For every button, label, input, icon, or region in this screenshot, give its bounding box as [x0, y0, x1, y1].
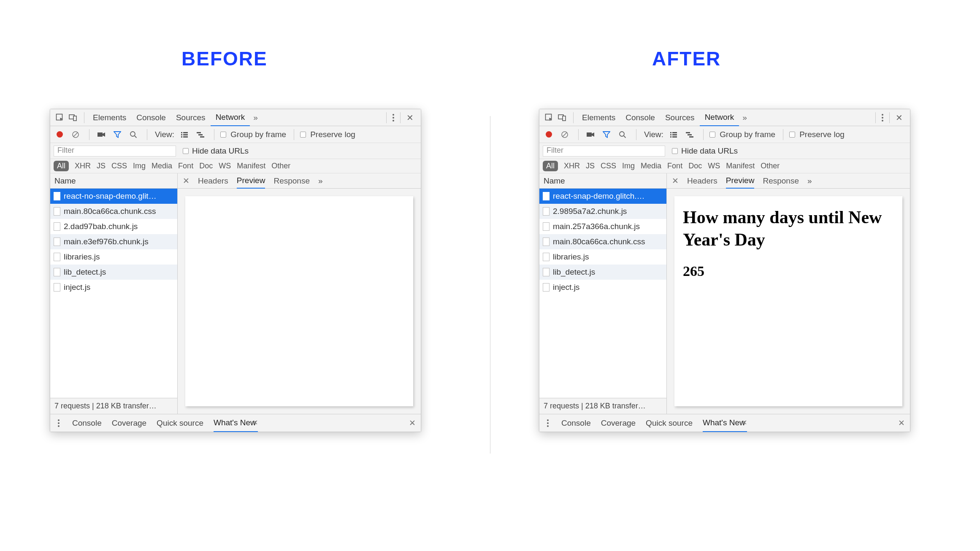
close-detail-icon[interactable]: ✕ — [183, 176, 190, 186]
filter-js[interactable]: JS — [97, 162, 106, 170]
tab-console[interactable]: Console — [620, 109, 660, 126]
filter-media[interactable]: Media — [152, 162, 172, 170]
filter-manifest[interactable]: Manifest — [237, 162, 265, 170]
close-tab-icon[interactable]: ✕ — [742, 419, 747, 427]
hide-data-urls-checkbox[interactable] — [672, 148, 678, 154]
filter-font[interactable]: Font — [667, 162, 682, 170]
close-devtools-icon[interactable]: ✕ — [893, 112, 905, 124]
detail-tab-preview[interactable]: Preview — [237, 173, 265, 189]
view-waterfall-icon[interactable] — [684, 129, 696, 140]
group-by-frame-checkbox[interactable] — [709, 132, 715, 138]
filter-css[interactable]: CSS — [601, 162, 616, 170]
filter-img[interactable]: Img — [622, 162, 635, 170]
settings-menu-icon[interactable] — [390, 114, 397, 122]
detail-tab-headers[interactable]: Headers — [198, 176, 228, 186]
filter-media[interactable]: Media — [641, 162, 661, 170]
drawer-tab-console[interactable]: Console — [72, 419, 102, 428]
drawer-tab-whats-new[interactable]: What's New ✕ — [214, 414, 258, 432]
detail-tab-response[interactable]: Response — [273, 176, 310, 186]
more-detail-tabs-icon[interactable]: » — [318, 176, 323, 186]
view-list-icon[interactable] — [179, 129, 190, 140]
filter-xhr[interactable]: XHR — [75, 162, 91, 170]
tab-elements[interactable]: Elements — [577, 109, 620, 126]
request-row[interactable]: inject.js — [50, 280, 177, 295]
drawer-menu-icon[interactable] — [544, 419, 551, 427]
drawer-tab-coverage[interactable]: Coverage — [601, 419, 636, 428]
record-icon[interactable] — [543, 129, 555, 140]
tab-elements[interactable]: Elements — [88, 109, 131, 126]
drawer-tab-whats-new[interactable]: What's New ✕ — [703, 414, 747, 432]
filter-input[interactable]: Filter — [543, 146, 665, 157]
hide-data-urls-checkbox[interactable] — [183, 148, 189, 154]
close-devtools-icon[interactable]: ✕ — [404, 112, 416, 124]
close-drawer-icon[interactable]: ✕ — [898, 418, 905, 428]
detail-tab-preview[interactable]: Preview — [726, 173, 755, 189]
request-row[interactable]: libraries.js — [539, 249, 666, 265]
more-tabs-icon[interactable]: » — [250, 113, 261, 122]
filter-input[interactable]: Filter — [54, 146, 176, 157]
filter-icon[interactable] — [601, 129, 612, 140]
drawer-menu-icon[interactable] — [55, 419, 62, 427]
filter-all[interactable]: All — [54, 161, 69, 171]
filter-css[interactable]: CSS — [111, 162, 127, 170]
drawer-tab-quick-source[interactable]: Quick source — [646, 419, 693, 428]
inspect-element-icon[interactable] — [543, 112, 555, 124]
column-header-name[interactable]: Name — [50, 173, 177, 189]
close-tab-icon[interactable]: ✕ — [252, 419, 258, 427]
tab-sources[interactable]: Sources — [660, 109, 700, 126]
filter-doc[interactable]: Doc — [688, 162, 702, 170]
preserve-log-checkbox[interactable] — [300, 132, 306, 138]
preserve-log-checkbox[interactable] — [789, 132, 795, 138]
record-icon[interactable] — [54, 129, 65, 140]
filter-other[interactable]: Other — [271, 162, 290, 170]
tab-network[interactable]: Network — [700, 109, 739, 126]
request-row[interactable]: main.e3ef976b.chunk.js — [50, 234, 177, 249]
settings-menu-icon[interactable] — [879, 114, 886, 122]
request-row[interactable]: lib_detect.js — [50, 265, 177, 280]
filter-img[interactable]: Img — [133, 162, 146, 170]
clear-icon[interactable] — [70, 129, 81, 140]
more-tabs-icon[interactable]: » — [739, 113, 750, 122]
request-row[interactable]: react-snap-demo.glitch.… — [539, 189, 666, 204]
filter-xhr[interactable]: XHR — [564, 162, 580, 170]
request-row[interactable]: lib_detect.js — [539, 265, 666, 280]
view-list-icon[interactable] — [668, 129, 680, 140]
request-row[interactable]: 2.dad97bab.chunk.js — [50, 219, 177, 234]
drawer-tab-coverage[interactable]: Coverage — [112, 419, 146, 428]
search-icon[interactable] — [617, 129, 628, 140]
filter-doc[interactable]: Doc — [199, 162, 213, 170]
request-row[interactable]: 2.9895a7a2.chunk.js — [539, 204, 666, 219]
device-toolbar-icon[interactable] — [67, 112, 79, 124]
filter-ws[interactable]: WS — [708, 162, 720, 170]
filter-other[interactable]: Other — [761, 162, 780, 170]
search-icon[interactable] — [127, 129, 139, 140]
filter-icon[interactable] — [111, 129, 123, 140]
request-row[interactable]: main.80ca66ca.chunk.css — [539, 234, 666, 249]
clear-icon[interactable] — [559, 129, 571, 140]
filter-font[interactable]: Font — [178, 162, 193, 170]
filter-ws[interactable]: WS — [219, 162, 231, 170]
tab-console[interactable]: Console — [131, 109, 171, 126]
detail-tab-headers[interactable]: Headers — [687, 176, 717, 186]
camera-icon[interactable] — [95, 129, 107, 140]
request-row[interactable]: libraries.js — [50, 249, 177, 265]
drawer-tab-quick-source[interactable]: Quick source — [157, 419, 203, 428]
tab-sources[interactable]: Sources — [171, 109, 211, 126]
filter-manifest[interactable]: Manifest — [726, 162, 755, 170]
drawer-tab-console[interactable]: Console — [561, 419, 591, 428]
inspect-element-icon[interactable] — [54, 112, 65, 124]
camera-icon[interactable] — [585, 129, 596, 140]
request-row[interactable]: react-no-snap-demo.glit… — [50, 189, 177, 204]
column-header-name[interactable]: Name — [539, 173, 666, 189]
device-toolbar-icon[interactable] — [556, 112, 568, 124]
view-waterfall-icon[interactable] — [195, 129, 206, 140]
close-detail-icon[interactable]: ✕ — [672, 176, 679, 186]
group-by-frame-checkbox[interactable] — [220, 132, 226, 138]
filter-js[interactable]: JS — [586, 162, 595, 170]
request-row[interactable]: main.80ca66ca.chunk.css — [50, 204, 177, 219]
filter-all[interactable]: All — [543, 161, 558, 171]
request-row[interactable]: main.257a366a.chunk.js — [539, 219, 666, 234]
more-detail-tabs-icon[interactable]: » — [807, 176, 812, 186]
close-drawer-icon[interactable]: ✕ — [409, 418, 416, 428]
detail-tab-response[interactable]: Response — [763, 176, 799, 186]
